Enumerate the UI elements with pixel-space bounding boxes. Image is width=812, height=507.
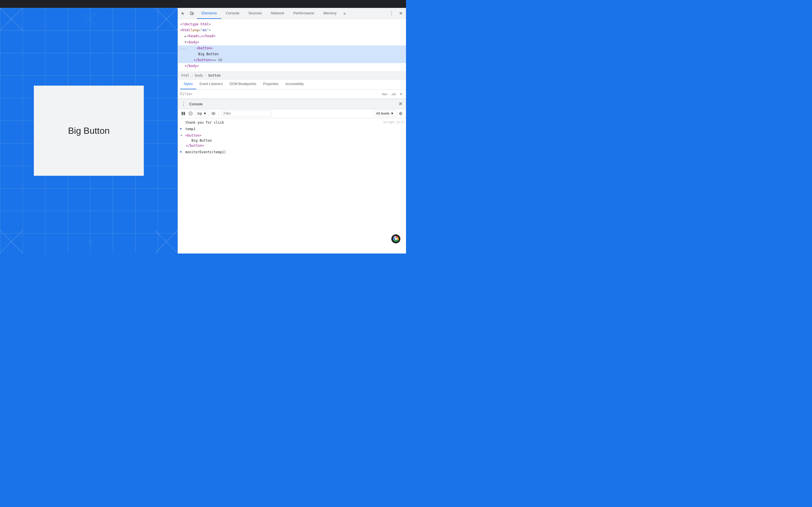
breadcrumb-body[interactable]: body bbox=[194, 73, 204, 78]
devtools-tabs: Elements Console Sources Network Perform… bbox=[197, 8, 388, 19]
html-line-button-text[interactable]: Big Button bbox=[178, 51, 406, 57]
chrome-top-bar bbox=[0, 0, 406, 8]
panel-tab-properties[interactable]: Properties bbox=[260, 79, 282, 89]
devtools-toolbar-right: ⋮ ✕ bbox=[388, 10, 405, 17]
console-settings-button[interactable] bbox=[398, 110, 404, 117]
tab-console[interactable]: Console bbox=[221, 8, 244, 19]
tab-network[interactable]: Network bbox=[266, 8, 289, 19]
big-button[interactable]: Big Button bbox=[34, 86, 144, 176]
svg-point-20 bbox=[213, 113, 214, 114]
svg-line-9 bbox=[85, 13, 96, 25]
panel-tab-styles[interactable]: Styles bbox=[180, 79, 196, 89]
html-line-button-close[interactable]: </button> == $0 bbox=[178, 57, 406, 63]
svg-rect-13 bbox=[190, 12, 192, 15]
svg-line-7 bbox=[155, 230, 177, 253]
console-drawer: ⋮ Console ✕ bbox=[178, 99, 406, 254]
console-drawer-header: ⋮ Console ✕ bbox=[178, 99, 406, 109]
more-options-button[interactable]: ⋮ bbox=[388, 10, 396, 17]
breadcrumb-button[interactable]: button bbox=[207, 73, 221, 78]
tab-sources[interactable]: Sources bbox=[244, 8, 266, 19]
svg-line-12 bbox=[85, 236, 96, 247]
console-line-temp1[interactable]: ▶ temp1 bbox=[178, 126, 406, 132]
console-eye-button[interactable] bbox=[210, 110, 216, 117]
html-line-button-open[interactable]: ... <button> bbox=[178, 45, 406, 51]
big-button-text: Big Button bbox=[68, 126, 110, 136]
svg-line-11 bbox=[85, 236, 96, 247]
breadcrumb-html[interactable]: html bbox=[180, 73, 191, 78]
svg-line-5 bbox=[0, 230, 22, 253]
devtools-toolbar: Elements Console Sources Network Perform… bbox=[178, 8, 406, 19]
console-line-log[interactable]: thank you for click script.js:2 bbox=[178, 119, 406, 126]
svg-rect-16 bbox=[184, 112, 185, 115]
svg-line-8 bbox=[155, 230, 177, 253]
svg-line-2 bbox=[0, 8, 22, 31]
console-drawer-menu-button[interactable]: ⋮ bbox=[180, 101, 187, 107]
cls-button[interactable]: .cls bbox=[390, 92, 397, 97]
tab-elements[interactable]: Elements bbox=[197, 8, 221, 19]
console-drawer-title: Console bbox=[189, 102, 203, 106]
tab-overflow-button[interactable]: » bbox=[341, 8, 348, 19]
panel-tab-accessibility[interactable]: Accessibility bbox=[282, 79, 307, 89]
html-line-html[interactable]: <html lang="en"> bbox=[178, 27, 406, 33]
console-execute-button[interactable] bbox=[180, 110, 186, 117]
console-drawer-close-button[interactable]: ✕ bbox=[397, 101, 404, 107]
webpage-content: Big Button bbox=[0, 8, 177, 253]
filter-bar: :hov .cls + bbox=[178, 90, 406, 99]
html-tree: <!doctype html> <html lang="en"> ▶ <head… bbox=[178, 19, 406, 71]
html-line-doctype[interactable]: <!doctype html> bbox=[178, 21, 406, 27]
back-arrow-icon[interactable]: ◀ bbox=[180, 133, 184, 138]
html-line-body-close[interactable]: </body> bbox=[178, 63, 406, 69]
svg-line-4 bbox=[155, 8, 177, 31]
console-link-script[interactable]: script.js:2 bbox=[383, 120, 404, 125]
close-devtools-button[interactable]: ✕ bbox=[397, 10, 405, 17]
console-clear-button[interactable] bbox=[188, 110, 194, 117]
svg-line-3 bbox=[155, 8, 177, 31]
chrome-logo bbox=[391, 234, 400, 243]
panel-tabs: Styles Event Listeners DOM Breakpoints P… bbox=[178, 79, 406, 90]
console-output: thank you for click script.js:2 ▶ temp1 … bbox=[178, 118, 406, 254]
svg-rect-15 bbox=[182, 112, 183, 115]
elements-panel: <!doctype html> <html lang="en"> ▶ <head… bbox=[178, 19, 406, 253]
tab-performance[interactable]: Performance bbox=[289, 8, 319, 19]
console-line-button-html[interactable]: ◀ <button> Big Button </button> bbox=[178, 132, 406, 149]
breadcrumb: html › body › button bbox=[178, 71, 406, 79]
svg-line-6 bbox=[0, 230, 22, 253]
add-class-button[interactable]: + bbox=[398, 91, 404, 98]
html-line-head[interactable]: ▶ <head>…</head> bbox=[178, 33, 406, 39]
filter-actions: :hov .cls + bbox=[380, 91, 404, 98]
svg-line-10 bbox=[85, 13, 96, 25]
svg-point-21 bbox=[400, 113, 402, 114]
svg-rect-14 bbox=[192, 13, 193, 15]
console-level-select[interactable]: All levels ▼ bbox=[373, 111, 396, 116]
styles-filter-input[interactable] bbox=[180, 92, 380, 96]
expand-icon-monitor[interactable]: ▶ bbox=[180, 150, 184, 154]
hov-button[interactable]: :hov bbox=[380, 92, 389, 97]
console-context-select[interactable]: top ▼ bbox=[195, 111, 209, 116]
console-filter-input[interactable] bbox=[221, 111, 272, 116]
html-line-body[interactable]: ▼ <body> bbox=[178, 40, 406, 45]
expand-icon-temp1[interactable]: ▶ bbox=[180, 126, 184, 131]
console-line-monitor-events[interactable]: ▶ monitorEvents(temp1) bbox=[178, 149, 406, 156]
svg-line-1 bbox=[0, 8, 22, 31]
panel-tab-dom-breakpoints[interactable]: DOM Breakpoints bbox=[226, 79, 260, 89]
console-toolbar: top ▼ | All levels ▼ bbox=[178, 109, 406, 118]
svg-point-25 bbox=[395, 238, 397, 240]
devtools-panel: Elements Console Sources Network Perform… bbox=[177, 8, 406, 253]
inspect-element-button[interactable] bbox=[179, 10, 187, 17]
tab-memory[interactable]: Memory bbox=[319, 8, 341, 19]
page-area: Big Button Elements bbox=[0, 8, 406, 253]
device-toolbar-button[interactable] bbox=[188, 10, 196, 17]
panel-tab-event-listeners[interactable]: Event Listeners bbox=[196, 79, 226, 89]
